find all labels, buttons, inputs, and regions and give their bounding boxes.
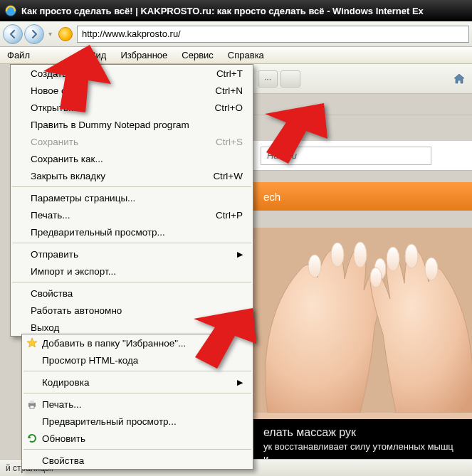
ctx-print[interactable]: Печать... bbox=[22, 396, 253, 413]
category-bar[interactable]: ech bbox=[253, 182, 472, 211]
toolbar-blank-button[interactable] bbox=[280, 70, 300, 88]
chevron-right-icon: ▶ bbox=[237, 250, 243, 259]
menu-tools[interactable]: Сервис bbox=[174, 47, 221, 63]
menu-help[interactable]: Справка bbox=[221, 47, 271, 63]
window-title: Как просто сделать всё! | KAKPROSTO.ru: … bbox=[21, 6, 424, 16]
menu-item-save: СохранитьCtrl+S bbox=[11, 133, 253, 150]
menu-item-save-as[interactable]: Сохранить как... bbox=[11, 150, 253, 167]
menu-item-edit-with[interactable]: Править в Dummy Notepad program bbox=[11, 116, 253, 133]
annotation-arrow-2 bbox=[256, 100, 327, 164]
svg-point-9 bbox=[370, 268, 382, 287]
menu-item-print[interactable]: Печать...Ctrl+P bbox=[11, 206, 253, 223]
svg-rect-12 bbox=[30, 406, 34, 408]
chevron-right-icon: ▶ bbox=[237, 378, 243, 387]
toolbar-secondary: ··· bbox=[253, 64, 472, 94]
article-image bbox=[253, 228, 472, 433]
address-text: http://www.kakprosto.ru/ bbox=[82, 28, 181, 39]
back-button[interactable] bbox=[3, 24, 23, 44]
menu-item-print-preview[interactable]: Предварительный просмотр... bbox=[11, 223, 253, 240]
svg-point-6 bbox=[425, 258, 438, 280]
ctx-refresh[interactable]: Обновить bbox=[22, 430, 253, 447]
category-text: ech bbox=[263, 191, 280, 203]
caption-title: елать массаж рук bbox=[263, 425, 462, 440]
svg-point-8 bbox=[387, 247, 399, 271]
menu-item-page-setup[interactable]: Параметры страницы... bbox=[11, 189, 253, 206]
svg-point-3 bbox=[331, 243, 344, 267]
window-titlebar: Как просто сделать всё! | KAKPROSTO.ru: … bbox=[0, 0, 472, 21]
annotation-arrow-1 bbox=[40, 41, 111, 112]
star-icon bbox=[26, 337, 38, 349]
refresh-icon bbox=[26, 433, 38, 444]
menu-file[interactable]: Файл bbox=[0, 47, 37, 63]
menu-item-close-tab[interactable]: Закрыть вкладкуCtrl+W bbox=[11, 167, 253, 184]
ie-logo-icon bbox=[4, 4, 17, 17]
menu-item-properties[interactable]: Свойства bbox=[11, 285, 253, 302]
home-icon[interactable] bbox=[451, 70, 468, 88]
ctx-encoding[interactable]: Кодировка▶ bbox=[22, 374, 253, 391]
menu-item-send[interactable]: Отправить▶ bbox=[11, 245, 253, 263]
nav-dropdown-icon[interactable]: ▾ bbox=[46, 27, 54, 41]
ctx-print-preview[interactable]: Предварительный просмотр... bbox=[22, 413, 253, 430]
print-icon bbox=[26, 398, 38, 410]
svg-point-7 bbox=[405, 244, 418, 268]
svg-point-2 bbox=[308, 255, 321, 277]
toolbar-more-button[interactable]: ··· bbox=[258, 70, 278, 88]
site-favicon-icon bbox=[58, 27, 73, 41]
svg-rect-11 bbox=[30, 401, 34, 403]
address-bar[interactable]: http://www.kakprosto.ru/ bbox=[77, 26, 469, 43]
menu-favorites[interactable]: Избранное bbox=[113, 47, 174, 63]
svg-point-4 bbox=[354, 242, 367, 268]
ctx-properties[interactable]: Свойства bbox=[22, 452, 253, 469]
menu-item-import-export[interactable]: Импорт и экспорт... bbox=[11, 263, 253, 280]
annotation-arrow-3 bbox=[185, 305, 256, 369]
